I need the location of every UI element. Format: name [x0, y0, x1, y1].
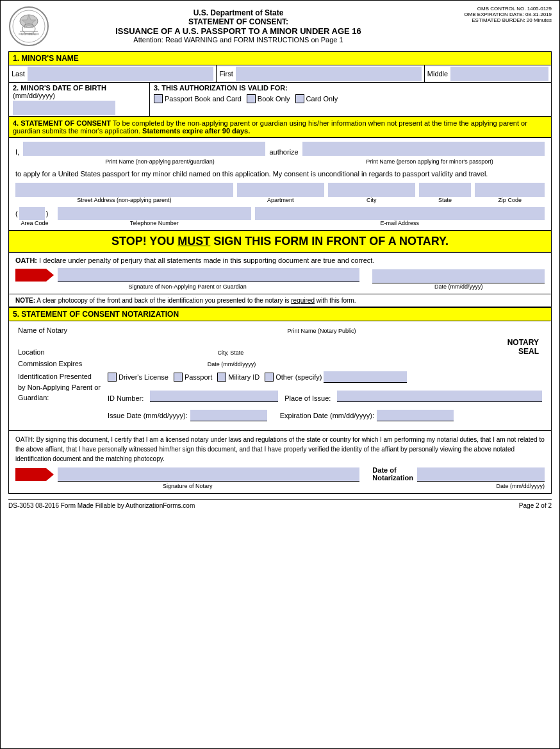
- area-code-input[interactable]: [19, 207, 45, 220]
- oath-date-label: Date (mm/dd/yyyy): [372, 283, 545, 290]
- commission-row: Commission Expires Date (mm/dd/yyyy): [18, 360, 542, 367]
- notary-name-row: Name of Notary Print Name (Notary Public…: [18, 326, 542, 334]
- other-input[interactable]: [324, 371, 407, 383]
- drivers-license-option: Driver's License: [108, 373, 169, 382]
- city-input[interactable]: [328, 183, 415, 197]
- authorize-row: I, authorize: [15, 142, 545, 156]
- notary-print-label: Print Name (Notary Public): [101, 328, 542, 334]
- location-field: City, State: [101, 349, 360, 356]
- telephone-field: Telephone Number: [58, 207, 251, 226]
- note-label: NOTE:: [15, 297, 35, 304]
- other-checkbox[interactable]: [265, 373, 274, 382]
- telephone-label: Telephone Number: [58, 220, 251, 226]
- expiration-date-input[interactable]: [377, 410, 454, 421]
- print-name2-input[interactable]: [302, 142, 545, 156]
- sig-notary-row: Signature of Notary Date of Notarization…: [15, 466, 545, 489]
- telephone-input[interactable]: [58, 207, 251, 220]
- apartment-input[interactable]: [237, 183, 324, 197]
- oath-label: OATH:: [15, 257, 37, 264]
- sig-notary-input[interactable]: [58, 467, 359, 482]
- first-name-cell: First: [217, 65, 424, 82]
- card-only-checkbox[interactable]: [295, 94, 304, 103]
- omb-control: OMB CONTROL NO. 1405-0129: [424, 6, 552, 12]
- military-id-checkbox[interactable]: [217, 373, 226, 382]
- oath-text: I declare under penalty of perjury that …: [39, 257, 374, 264]
- passport-checkbox[interactable]: [174, 373, 183, 382]
- issue-date-label: Issue Date (mm/dd/yyyy):: [108, 412, 188, 419]
- apply-text: to apply for a United States passport fo…: [15, 170, 545, 178]
- notary-name-label: Name of Notary: [18, 326, 95, 334]
- address-row: Street Address (non-applying parent) Apa…: [15, 183, 545, 203]
- zip-field: Zip Code: [475, 183, 545, 203]
- page: U.S. SEAL U.S. Department of State STATE…: [0, 0, 560, 749]
- section4-body: I, authorize Print Name (non-applying pa…: [8, 138, 552, 231]
- id-options: Driver's License Passport Military ID Ot…: [108, 371, 542, 425]
- zip-input[interactable]: [475, 183, 545, 197]
- section4-expiry: Statements expire after 90 days.: [142, 127, 250, 135]
- id-presented-row: Identification Presented by Non-Applying…: [18, 371, 542, 425]
- print-name1-label: Print Name (non-applying parent/guardian…: [45, 157, 275, 165]
- notarization-date-input[interactable]: [417, 467, 545, 482]
- street-input[interactable]: [15, 183, 233, 197]
- sig-parent-label: Signature of Non-Applying Parent or Guar…: [15, 283, 359, 290]
- red-arrow-icon: [15, 269, 54, 282]
- passport-label: Passport: [185, 373, 212, 381]
- area-code-label: Area Code: [15, 220, 54, 226]
- agency-name: U.S. Department of State: [53, 8, 424, 17]
- street-field: Street Address (non-applying parent): [15, 183, 233, 203]
- issue-date-field: Issue Date (mm/dd/yyyy):: [108, 410, 267, 421]
- note-text2: with this form.: [317, 297, 356, 304]
- state-field: State: [419, 183, 472, 203]
- note-text: A clear photocopy of the front and back …: [37, 297, 289, 304]
- print-name2-group: [302, 142, 545, 156]
- book-only-label: Book Only: [258, 95, 290, 103]
- oath-sig-row: Signature of Non-Applying Parent or Guar…: [15, 268, 545, 290]
- other-option: Other (specify): [265, 371, 407, 383]
- sig-parent-field: Signature of Non-Applying Parent or Guar…: [15, 268, 359, 290]
- card-only-option: Card Only: [295, 94, 338, 103]
- section4-title: 4. STATEMENT OF CONSENT: [13, 119, 111, 127]
- oath-text-row: OATH: I declare under penalty of perjury…: [15, 257, 545, 264]
- id-check-options: Driver's License Passport Military ID Ot…: [108, 371, 542, 383]
- name-row: Last First Middle: [8, 65, 552, 83]
- state-input[interactable]: [419, 183, 472, 197]
- note-section: NOTE: A clear photocopy of the front and…: [8, 294, 552, 307]
- sig-parent-input[interactable]: [58, 268, 359, 282]
- dob-auth-row: 2. MINOR'S DATE OF BIRTH (mm/dd/yyyy) 3.…: [8, 83, 552, 117]
- section4-header: 4. STATEMENT OF CONSENT To be completed …: [8, 117, 552, 138]
- passport-book-card-checkbox[interactable]: [154, 94, 163, 103]
- notarization-date-field: Date of Notarization Date (mm/dd/yyyy): [372, 466, 545, 489]
- sig-notary-label: Signature of Notary: [15, 483, 359, 489]
- print-name1-input[interactable]: [23, 142, 265, 156]
- form-subtitle: ISSUANCE OF A U.S. PASSPORT TO A MINOR U…: [53, 26, 424, 36]
- street-label: Street Address (non-applying parent): [15, 197, 233, 203]
- dob-input[interactable]: [13, 101, 115, 115]
- location-label: Location: [18, 348, 95, 356]
- i-text: I,: [15, 148, 19, 156]
- email-input[interactable]: [255, 207, 545, 220]
- id-number-input[interactable]: [150, 391, 278, 402]
- oath-date-input[interactable]: [372, 269, 545, 283]
- card-only-label: Card Only: [306, 95, 338, 103]
- section5-header: 5. STATEMENT OF CONSENT NOTARIZATION: [8, 307, 552, 321]
- date-notarization-label: Date of Notarization: [372, 466, 413, 482]
- city-state-label: City, State: [101, 349, 360, 356]
- sig-notary-field: Signature of Notary: [15, 467, 359, 489]
- form-title: STATEMENT OF CONSENT:: [53, 17, 424, 26]
- book-only-checkbox[interactable]: [247, 94, 256, 103]
- email-label: E-mail Address: [255, 220, 545, 226]
- last-name-input[interactable]: [28, 67, 214, 81]
- oath-date-field: Date (mm/dd/yyyy): [372, 269, 545, 290]
- city-field: City: [328, 183, 415, 203]
- stop-text: STOP! YOU MUST SIGN THIS FORM IN FRONT O…: [13, 235, 547, 248]
- note-required: required: [291, 297, 315, 304]
- issue-date-input[interactable]: [190, 410, 267, 421]
- id-number-row: ID Number: Place of Issue:: [108, 391, 542, 402]
- middle-name-input[interactable]: [450, 67, 548, 81]
- drivers-license-checkbox[interactable]: [108, 373, 117, 382]
- middle-label: Middle: [427, 70, 448, 78]
- place-of-issue-input[interactable]: [337, 391, 542, 402]
- passport-book-card-option: Passport Book and Card: [154, 94, 242, 103]
- first-name-input[interactable]: [236, 67, 422, 81]
- oath-section: OATH: I declare under penalty of perjury…: [8, 253, 552, 294]
